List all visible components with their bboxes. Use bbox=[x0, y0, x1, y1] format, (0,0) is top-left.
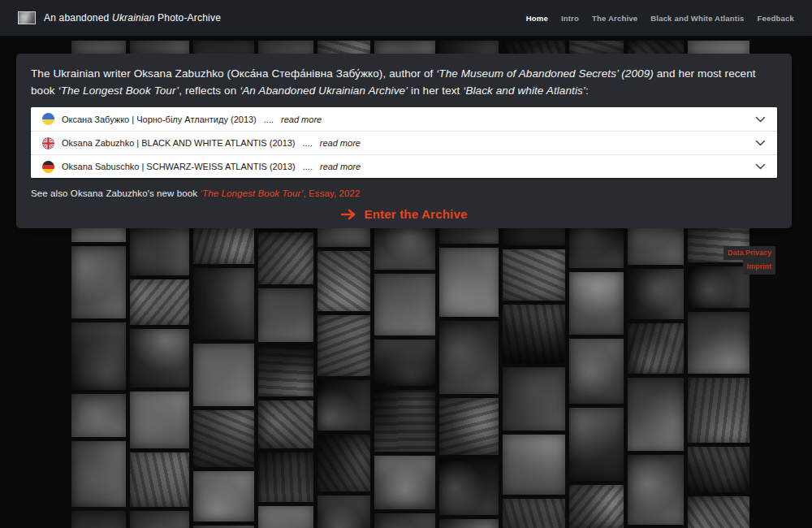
photo-thumbnail[interactable] bbox=[503, 249, 565, 301]
accordion-row-label: Oksana Sabuschko | SCHWARZ-WEISS ATLANTI… bbox=[62, 162, 296, 171]
photo-thumbnail[interactable] bbox=[688, 378, 749, 443]
photo-thumbnail[interactable] bbox=[569, 339, 624, 404]
photo-thumbnail[interactable] bbox=[71, 246, 126, 318]
site-logo-icon[interactable] bbox=[18, 11, 36, 24]
nav-item-black-and-white-atlantis[interactable]: Black and White Atlantis bbox=[650, 14, 744, 23]
nav-item-intro[interactable]: Intro bbox=[561, 14, 579, 23]
photo-thumbnail[interactable] bbox=[439, 248, 499, 317]
photo-thumbnail[interactable] bbox=[439, 519, 499, 528]
site-title-suffix: Photo-Archive bbox=[155, 12, 222, 24]
photo-thumbnail[interactable] bbox=[569, 272, 624, 335]
ukraine-flag-icon bbox=[42, 113, 54, 125]
read-more-link[interactable]: read more bbox=[320, 138, 361, 148]
photo-thumbnail[interactable] bbox=[193, 410, 254, 467]
photo-thumbnail[interactable] bbox=[569, 485, 624, 528]
photo-thumbnail[interactable] bbox=[317, 315, 370, 376]
intro-text-segment: , reflects on bbox=[179, 84, 240, 97]
header-nav: HomeIntroThe ArchiveBlack and White Atla… bbox=[526, 14, 794, 23]
chevron-down-icon bbox=[755, 163, 766, 170]
intro-text-segment: ‘The Longest Book Tour’ bbox=[58, 84, 179, 97]
photo-thumbnail[interactable] bbox=[130, 392, 189, 448]
photo-thumbnail[interactable] bbox=[193, 471, 254, 522]
photo-thumbnail[interactable] bbox=[374, 340, 435, 386]
side-link-data-privacy[interactable]: Data Privacy bbox=[723, 246, 775, 260]
page: { "header": { "title_prefix": "An abando… bbox=[0, 0, 812, 528]
enter-archive-label: Enter the Archive bbox=[364, 207, 467, 221]
photo-thumbnail[interactable] bbox=[71, 441, 126, 507]
photo-thumbnail[interactable] bbox=[439, 398, 499, 455]
intro-text-segment: : bbox=[585, 84, 589, 97]
photo-thumbnail[interactable] bbox=[374, 513, 435, 528]
photo-thumbnail[interactable] bbox=[130, 222, 189, 275]
photo-thumbnail[interactable] bbox=[439, 459, 499, 515]
photo-thumbnail[interactable] bbox=[258, 400, 313, 448]
photo-thumbnail[interactable] bbox=[317, 435, 370, 491]
photo-thumbnail[interactable] bbox=[374, 274, 435, 335]
photo-thumbnail[interactable] bbox=[130, 329, 189, 387]
photo-thumbnail[interactable] bbox=[258, 232, 313, 284]
accordion-row-label: Оксана Забужко | Чорно-білу Атлантиду (2… bbox=[62, 115, 257, 124]
photo-thumbnail[interactable] bbox=[628, 269, 684, 319]
site-title-italic: Ukrainian bbox=[112, 12, 155, 24]
photo-thumbnail[interactable] bbox=[628, 323, 684, 374]
photo-thumbnail[interactable] bbox=[503, 435, 565, 495]
enter-archive-button[interactable]: Enter the Archive bbox=[31, 207, 777, 221]
photo-thumbnail[interactable] bbox=[628, 378, 684, 451]
side-link-imprint[interactable]: Imprint bbox=[743, 260, 776, 274]
photo-thumbnail[interactable] bbox=[130, 452, 189, 507]
photo-thumbnail[interactable] bbox=[317, 251, 370, 311]
site-title: An abandoned Ukrainian Photo-Archive bbox=[44, 12, 221, 24]
photo-thumbnail[interactable] bbox=[193, 344, 254, 406]
photo-thumbnail[interactable] bbox=[569, 223, 624, 268]
uk-flag-icon bbox=[42, 137, 54, 149]
nav-item-home[interactable]: Home bbox=[526, 14, 548, 23]
photo-thumbnail[interactable] bbox=[258, 346, 313, 396]
chevron-down-icon bbox=[755, 140, 766, 146]
photo-thumbnail[interactable] bbox=[71, 394, 126, 437]
accordion-row-dots: .... bbox=[303, 138, 313, 148]
read-more-link[interactable]: read more bbox=[320, 162, 361, 171]
see-also-tail: , Essay, 2022 bbox=[303, 188, 360, 198]
photo-thumbnail[interactable] bbox=[258, 452, 313, 502]
photo-thumbnail[interactable] bbox=[503, 305, 565, 363]
photo-thumbnail[interactable] bbox=[258, 506, 313, 528]
photo-thumbnail[interactable] bbox=[193, 223, 254, 264]
photo-thumbnail[interactable] bbox=[688, 447, 749, 492]
intro-text-segment: ‘The Museum of Abandoned Secrets’ (2009) bbox=[436, 67, 654, 80]
photo-thumbnail[interactable] bbox=[317, 380, 370, 431]
see-also-book-link[interactable]: ‘The Longest Book Tour’ bbox=[200, 188, 303, 198]
nav-item-the-archive[interactable]: The Archive bbox=[592, 14, 637, 23]
photo-thumbnail[interactable] bbox=[374, 456, 435, 509]
arrow-right-icon bbox=[340, 209, 356, 220]
read-more-link[interactable]: read more bbox=[281, 115, 322, 124]
intro-text-segment: The Ukrainian writer Oksana Zabuzhko (Ок… bbox=[31, 67, 436, 80]
accordion-row-1[interactable]: Оксана Забужко | Чорно-білу Атлантиду (2… bbox=[31, 107, 777, 131]
photo-thumbnail[interactable] bbox=[130, 511, 189, 528]
photo-thumbnail[interactable] bbox=[193, 268, 254, 340]
photo-thumbnail[interactable] bbox=[569, 408, 624, 481]
intro-text: The Ukrainian writer Oksana Zabuzhko (Ок… bbox=[31, 65, 777, 99]
photo-thumbnail[interactable] bbox=[503, 499, 565, 528]
intro-text-segment: ‘Black and white Atlantis’ bbox=[463, 84, 585, 97]
germany-flag-icon bbox=[42, 161, 54, 173]
photo-thumbnail[interactable] bbox=[71, 511, 126, 528]
accordion-row-label: Oksana Zabuzhko | BLACK AND WHITE ATLANT… bbox=[62, 138, 296, 148]
photo-thumbnail[interactable] bbox=[628, 455, 684, 525]
photo-thumbnail[interactable] bbox=[317, 496, 370, 528]
photo-thumbnail[interactable] bbox=[503, 367, 565, 431]
photo-thumbnail[interactable] bbox=[688, 312, 749, 374]
photo-thumbnail[interactable] bbox=[374, 390, 435, 452]
header: An abandoned Ukrainian Photo-Archive Hom… bbox=[0, 0, 812, 37]
site-title-prefix: An abandoned bbox=[44, 12, 112, 24]
photo-thumbnail[interactable] bbox=[258, 288, 313, 342]
photo-thumbnail[interactable] bbox=[688, 496, 749, 528]
nav-item-feedback[interactable]: Feedback bbox=[758, 14, 794, 23]
photo-thumbnail[interactable] bbox=[71, 322, 126, 390]
accordion-row-2[interactable]: Oksana Zabuzhko | BLACK AND WHITE ATLANT… bbox=[31, 131, 777, 154]
accordion: Оксана Забужко | Чорно-білу Атлантиду (2… bbox=[31, 107, 777, 178]
accordion-row-3[interactable]: Oksana Sabuschko | SCHWARZ-WEISS ATLANTI… bbox=[31, 154, 777, 178]
photo-thumbnail[interactable] bbox=[130, 279, 189, 325]
photo-thumbnail[interactable] bbox=[439, 321, 499, 394]
see-also-line: See also Oksana Zabuzhko's new book ‘The… bbox=[31, 188, 777, 198]
side-links: Data PrivacyImprint bbox=[723, 246, 775, 275]
